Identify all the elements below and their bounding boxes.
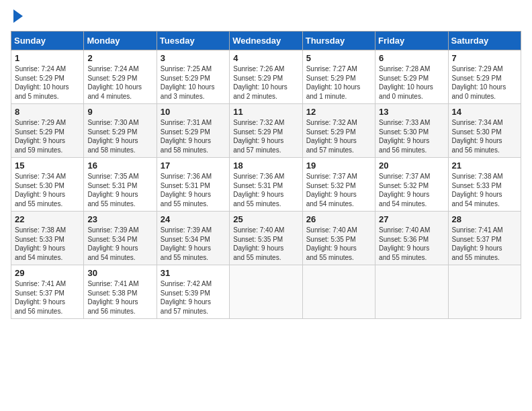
calendar-day-cell: 9Sunrise: 7:30 AM Sunset: 5:29 PM Daylig… — [84, 104, 157, 158]
calendar-day-cell: 26Sunrise: 7:40 AM Sunset: 5:35 PM Dayli… — [302, 212, 375, 265]
day-number: 3 — [161, 53, 226, 63]
calendar-week-row: 1Sunrise: 7:24 AM Sunset: 5:29 PM Daylig… — [11, 50, 521, 104]
day-info: Sunrise: 7:34 AM Sunset: 5:30 PM Dayligh… — [452, 118, 517, 154]
day-number: 7 — [452, 53, 517, 63]
calendar-day-cell: 25Sunrise: 7:40 AM Sunset: 5:35 PM Dayli… — [230, 212, 302, 265]
day-number: 25 — [233, 214, 298, 224]
day-number: 24 — [161, 214, 226, 224]
day-info: Sunrise: 7:32 AM Sunset: 5:29 PM Dayligh… — [233, 118, 298, 154]
day-info: Sunrise: 7:39 AM Sunset: 5:34 PM Dayligh… — [87, 226, 152, 262]
day-of-week-header: Sunday — [11, 32, 84, 50]
calendar-day-cell: 20Sunrise: 7:37 AM Sunset: 5:32 PM Dayli… — [375, 158, 448, 212]
calendar-day-cell: 18Sunrise: 7:36 AM Sunset: 5:31 PM Dayli… — [230, 158, 302, 212]
day-number: 31 — [161, 268, 226, 278]
day-info: Sunrise: 7:42 AM Sunset: 5:39 PM Dayligh… — [161, 279, 226, 316]
day-info: Sunrise: 7:36 AM Sunset: 5:31 PM Dayligh… — [161, 172, 226, 208]
day-number: 13 — [379, 107, 444, 117]
calendar-day-cell: 16Sunrise: 7:35 AM Sunset: 5:31 PM Dayli… — [84, 158, 157, 212]
calendar-week-row: 15Sunrise: 7:34 AM Sunset: 5:30 PM Dayli… — [11, 158, 521, 212]
page-header — [11, 11, 521, 23]
day-number: 20 — [379, 161, 444, 171]
calendar-day-cell: 15Sunrise: 7:34 AM Sunset: 5:30 PM Dayli… — [11, 158, 84, 212]
day-number: 26 — [306, 214, 371, 224]
calendar-day-cell: 27Sunrise: 7:40 AM Sunset: 5:36 PM Dayli… — [375, 212, 448, 265]
day-info: Sunrise: 7:34 AM Sunset: 5:30 PM Dayligh… — [15, 172, 80, 208]
calendar-day-cell: 6Sunrise: 7:28 AM Sunset: 5:29 PM Daylig… — [375, 50, 448, 104]
day-number: 22 — [15, 214, 80, 224]
day-info: Sunrise: 7:39 AM Sunset: 5:34 PM Dayligh… — [161, 226, 226, 262]
calendar-day-cell: 23Sunrise: 7:39 AM Sunset: 5:34 PM Dayli… — [84, 212, 157, 265]
calendar-day-cell: 30Sunrise: 7:41 AM Sunset: 5:38 PM Dayli… — [84, 265, 157, 319]
calendar-week-row: 8Sunrise: 7:29 AM Sunset: 5:29 PM Daylig… — [11, 104, 521, 158]
day-info: Sunrise: 7:40 AM Sunset: 5:35 PM Dayligh… — [233, 226, 298, 262]
day-number: 19 — [306, 161, 371, 171]
day-info: Sunrise: 7:32 AM Sunset: 5:29 PM Dayligh… — [306, 118, 371, 154]
day-number: 6 — [379, 53, 444, 63]
day-number: 10 — [161, 107, 226, 117]
day-info: Sunrise: 7:26 AM Sunset: 5:29 PM Dayligh… — [233, 64, 298, 101]
day-number: 28 — [452, 214, 517, 224]
day-info: Sunrise: 7:37 AM Sunset: 5:32 PM Dayligh… — [306, 172, 371, 208]
day-info: Sunrise: 7:38 AM Sunset: 5:33 PM Dayligh… — [452, 172, 517, 208]
day-number: 18 — [233, 161, 298, 171]
calendar-week-row: 22Sunrise: 7:38 AM Sunset: 5:33 PM Dayli… — [11, 212, 521, 265]
calendar-day-cell: 11Sunrise: 7:32 AM Sunset: 5:29 PM Dayli… — [230, 104, 302, 158]
day-info: Sunrise: 7:24 AM Sunset: 5:29 PM Dayligh… — [87, 64, 152, 101]
day-of-week-header: Saturday — [448, 32, 521, 50]
calendar-day-cell: 3Sunrise: 7:25 AM Sunset: 5:29 PM Daylig… — [157, 50, 229, 104]
day-number: 9 — [87, 107, 152, 117]
day-info: Sunrise: 7:29 AM Sunset: 5:29 PM Dayligh… — [15, 118, 80, 154]
logo — [11, 11, 23, 23]
day-number: 15 — [15, 161, 80, 171]
day-number: 14 — [452, 107, 517, 117]
day-info: Sunrise: 7:41 AM Sunset: 5:38 PM Dayligh… — [87, 279, 152, 316]
calendar-day-cell — [375, 265, 448, 319]
day-info: Sunrise: 7:29 AM Sunset: 5:29 PM Dayligh… — [452, 64, 517, 101]
calendar-day-cell: 17Sunrise: 7:36 AM Sunset: 5:31 PM Dayli… — [157, 158, 229, 212]
day-number: 16 — [87, 161, 152, 171]
calendar-week-row: 29Sunrise: 7:41 AM Sunset: 5:37 PM Dayli… — [11, 265, 521, 319]
calendar-day-cell: 24Sunrise: 7:39 AM Sunset: 5:34 PM Dayli… — [157, 212, 229, 265]
day-info: Sunrise: 7:41 AM Sunset: 5:37 PM Dayligh… — [452, 226, 517, 262]
day-number: 27 — [379, 214, 444, 224]
calendar-day-cell — [448, 265, 521, 319]
day-info: Sunrise: 7:38 AM Sunset: 5:33 PM Dayligh… — [15, 226, 80, 262]
day-of-week-header: Thursday — [302, 32, 375, 50]
day-info: Sunrise: 7:35 AM Sunset: 5:31 PM Dayligh… — [87, 172, 152, 208]
day-of-week-header: Tuesday — [157, 32, 229, 50]
day-info: Sunrise: 7:37 AM Sunset: 5:32 PM Dayligh… — [379, 172, 444, 208]
calendar-day-cell: 19Sunrise: 7:37 AM Sunset: 5:32 PM Dayli… — [302, 158, 375, 212]
day-number: 1 — [15, 53, 80, 63]
calendar-day-cell: 21Sunrise: 7:38 AM Sunset: 5:33 PM Dayli… — [448, 158, 521, 212]
day-info: Sunrise: 7:31 AM Sunset: 5:29 PM Dayligh… — [161, 118, 226, 154]
calendar-header: SundayMondayTuesdayWednesdayThursdayFrid… — [11, 32, 521, 50]
day-number: 29 — [15, 268, 80, 278]
day-info: Sunrise: 7:25 AM Sunset: 5:29 PM Dayligh… — [161, 64, 226, 101]
calendar-day-cell: 4Sunrise: 7:26 AM Sunset: 5:29 PM Daylig… — [230, 50, 302, 104]
calendar-day-cell: 10Sunrise: 7:31 AM Sunset: 5:29 PM Dayli… — [157, 104, 229, 158]
day-info: Sunrise: 7:33 AM Sunset: 5:30 PM Dayligh… — [379, 118, 444, 154]
day-of-week-header: Monday — [84, 32, 157, 50]
day-number: 11 — [233, 107, 298, 117]
calendar-day-cell: 22Sunrise: 7:38 AM Sunset: 5:33 PM Dayli… — [11, 212, 84, 265]
day-info: Sunrise: 7:27 AM Sunset: 5:29 PM Dayligh… — [306, 64, 371, 101]
calendar-day-cell: 29Sunrise: 7:41 AM Sunset: 5:37 PM Dayli… — [11, 265, 84, 319]
day-number: 12 — [306, 107, 371, 117]
calendar-day-cell: 5Sunrise: 7:27 AM Sunset: 5:29 PM Daylig… — [302, 50, 375, 104]
day-info: Sunrise: 7:36 AM Sunset: 5:31 PM Dayligh… — [233, 172, 298, 208]
day-of-week-header: Wednesday — [230, 32, 302, 50]
day-number: 8 — [15, 107, 80, 117]
calendar-day-cell: 12Sunrise: 7:32 AM Sunset: 5:29 PM Dayli… — [302, 104, 375, 158]
calendar-day-cell: 28Sunrise: 7:41 AM Sunset: 5:37 PM Dayli… — [448, 212, 521, 265]
day-info: Sunrise: 7:28 AM Sunset: 5:29 PM Dayligh… — [379, 64, 444, 101]
calendar-day-cell: 2Sunrise: 7:24 AM Sunset: 5:29 PM Daylig… — [84, 50, 157, 104]
day-number: 23 — [87, 214, 152, 224]
day-number: 17 — [161, 161, 226, 171]
day-info: Sunrise: 7:24 AM Sunset: 5:29 PM Dayligh… — [15, 64, 80, 101]
day-info: Sunrise: 7:41 AM Sunset: 5:37 PM Dayligh… — [15, 279, 80, 316]
calendar-day-cell — [302, 265, 375, 319]
calendar-day-cell: 31Sunrise: 7:42 AM Sunset: 5:39 PM Dayli… — [157, 265, 229, 319]
logo-arrow-icon — [13, 9, 23, 23]
day-number: 4 — [233, 53, 298, 63]
day-number: 21 — [452, 161, 517, 171]
